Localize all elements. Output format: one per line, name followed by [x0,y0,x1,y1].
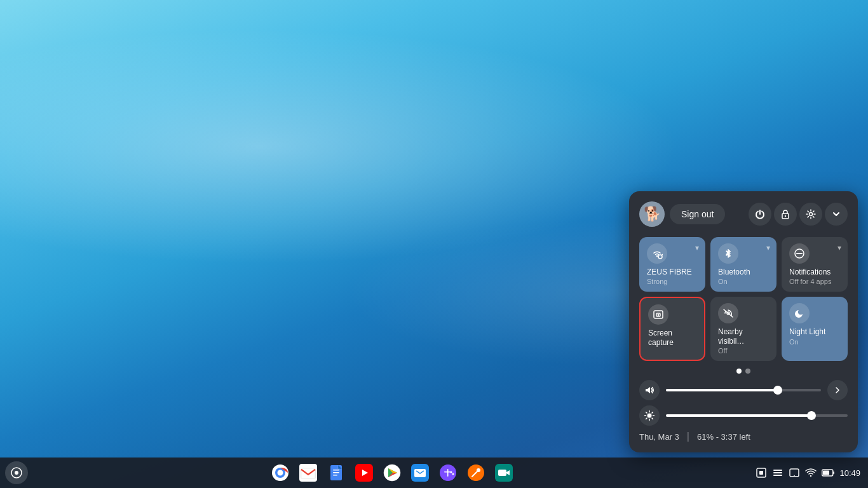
svg-rect-26 [498,470,506,476]
notifications-tile-sub: Off for 4 apps [789,278,840,285]
taskbar-right: 10:49 [756,467,868,478]
screen-capture-tile-icon [648,304,668,325]
taskbar-left [0,461,28,484]
system-time[interactable]: 10:49 [839,468,860,478]
chevron-down-button[interactable] [825,203,848,226]
taskbar-app-chrome[interactable] [268,460,293,485]
menu-tray-icon[interactable] [772,467,783,478]
bluetooth-tile-icon [718,243,738,264]
night-light-tile-label: Night Light [789,327,840,336]
qs-top-row: 🐕 Sign out [639,201,848,227]
svg-rect-11 [333,475,337,476]
svg-point-49 [648,414,652,418]
svg-point-4 [277,470,283,476]
taskbar-app-messages[interactable] [407,460,433,485]
svg-rect-31 [773,475,782,476]
volume-expand-button[interactable] [827,380,848,400]
svg-point-1 [15,471,18,475]
svg-point-20 [450,471,452,473]
svg-rect-28 [759,471,763,475]
taskbar-app-meet[interactable] [491,460,517,485]
nearby-tile-label: Nearby visibil… [718,327,769,346]
battery-tray-icon[interactable] [822,468,834,477]
taskbar-app-badminton[interactable] [463,460,489,485]
taskbar-app-youtube[interactable] [351,460,377,485]
qs-tiles-grid: ZEUS FIBRE Strong ▾ Bluetooth On ▾ [639,237,848,361]
svg-point-46 [658,314,660,316]
night-light-tile-icon [789,303,810,323]
launcher-button[interactable] [5,461,28,484]
brightness-slider-track[interactable] [666,414,848,417]
taskbar-center [28,460,756,485]
night-light-tile-sub: On [789,338,840,346]
bluetooth-tile-sub: On [718,278,769,285]
dot-1[interactable] [736,369,742,374]
svg-rect-30 [773,472,782,473]
nearby-tile[interactable]: Nearby visibil… Off [710,297,776,361]
svg-rect-9 [333,470,339,471]
bluetooth-tile-arrow: ▾ [766,243,770,252]
svg-rect-36 [823,471,829,475]
desktop: 10:49 🐕 Sign out [0,0,868,488]
sign-out-button[interactable]: Sign out [670,204,725,224]
taskbar-app-gmail[interactable] [295,460,321,485]
volume-icon[interactable] [639,380,660,400]
nearby-tile-icon [718,303,738,323]
quick-settings-panel: 🐕 Sign out [629,191,858,452]
svg-line-55 [652,418,653,419]
wifi-tray-icon[interactable] [805,467,817,478]
notifications-tile[interactable]: Notifications Off for 4 apps ▾ [782,237,848,292]
brightness-slider-row [639,405,848,426]
svg-line-56 [652,412,653,413]
qs-battery-status: 61% - 3:37 left [697,432,750,442]
svg-line-57 [646,418,647,419]
night-light-tile[interactable]: Night Light On [782,297,848,361]
taskbar: 10:49 [0,458,868,488]
settings-button[interactable] [799,203,822,226]
qs-pagination-dots [639,369,848,374]
brightness-icon[interactable] [639,405,660,426]
svg-point-21 [452,473,454,475]
screenshot-tray-icon[interactable] [756,467,767,478]
qs-date: Thu, Mar 3 [639,432,679,442]
wifi-tile[interactable]: ZEUS FIBRE Strong ▾ [639,237,705,292]
svg-point-40 [658,255,662,259]
qs-bottom-status: Thu, Mar 3 | 61% - 3:37 left [639,431,848,442]
power-button[interactable] [749,203,771,226]
svg-rect-10 [333,472,339,473]
volume-slider-track[interactable] [666,389,821,391]
svg-line-41 [662,254,663,255]
svg-line-54 [646,412,647,413]
nearby-tile-sub: Off [718,347,769,355]
svg-point-38 [785,215,786,217]
wifi-tile-label: ZEUS FIBRE [647,268,698,276]
svg-point-39 [810,212,813,215]
svg-point-24 [477,468,480,472]
svg-rect-35 [833,471,834,474]
volume-slider-row [639,380,848,400]
notifications-tile-arrow: ▾ [837,243,841,252]
bluetooth-tile[interactable]: Bluetooth On ▾ [710,237,776,292]
notifications-tile-icon [789,243,810,264]
svg-rect-29 [773,470,782,471]
dot-2[interactable] [745,369,750,374]
qs-top-icons [749,203,848,226]
notifications-tile-label: Notifications [789,268,840,276]
lock-button[interactable] [774,203,797,226]
wifi-tile-sub: Strong [647,278,698,285]
svg-rect-19 [447,469,449,477]
wifi-tile-arrow: ▾ [695,243,699,252]
taskbar-app-play[interactable] [379,460,405,485]
tablet-tray-icon[interactable] [789,467,800,478]
wifi-tile-icon [647,243,667,264]
svg-point-33 [794,475,796,477]
taskbar-app-games[interactable] [435,460,461,485]
screen-capture-tile[interactable]: Screen capture [639,297,705,361]
taskbar-app-docs[interactable] [323,460,349,485]
bluetooth-tile-label: Bluetooth [718,268,769,276]
screen-capture-tile-label: Screen capture [648,329,696,347]
user-avatar[interactable]: 🐕 [639,201,665,227]
